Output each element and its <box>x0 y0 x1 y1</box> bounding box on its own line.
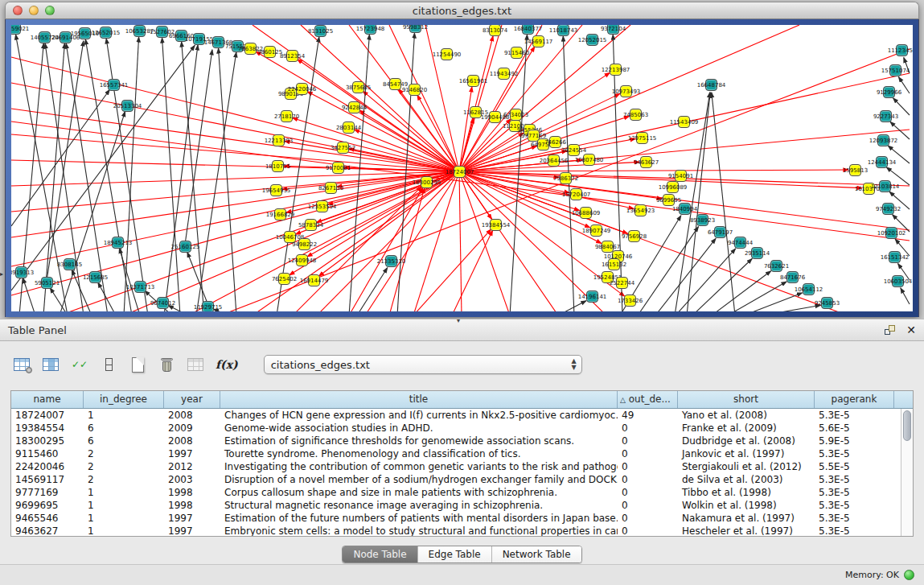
graph-node[interactable]: 14196141 <box>586 290 598 303</box>
control-panel-collapse-icon[interactable]: ▸ <box>0 269 6 280</box>
graph-node[interactable]: 3875685 <box>352 81 364 93</box>
function-builder-icon[interactable]: f(x) <box>216 354 238 375</box>
graph-node[interactable]: 1162815 <box>470 106 482 118</box>
graph-node[interactable]: 1840994 <box>679 203 691 215</box>
memory-ok-icon[interactable] <box>904 570 914 580</box>
table-row[interactable]: 969969511998Structural magnetic resonanc… <box>11 499 913 512</box>
graph-node[interactable]: 19654935 <box>270 184 282 196</box>
graph-node[interactable]: 15751074 <box>889 64 901 76</box>
network-canvas[interactable]: 1625902114055724206914061956501912652015… <box>11 25 913 311</box>
graph-node[interactable]: 16914479 <box>308 274 320 286</box>
column-settings-icon[interactable] <box>42 354 60 375</box>
graph-node[interactable]: 6734023 <box>510 109 522 121</box>
graph-node[interactable]: 14569117 <box>532 35 544 47</box>
graph-node[interactable]: 21335310 <box>385 255 397 267</box>
column-header-year[interactable]: year <box>164 391 220 408</box>
graph-node[interactable]: 3919313 <box>15 266 27 278</box>
graph-node[interactable]: 6479197 <box>714 226 726 238</box>
graph-node[interactable]: 9674012 <box>157 297 169 309</box>
graph-node[interactable]: 11943492 <box>498 68 510 80</box>
graph-node[interactable]: 7632621 <box>770 260 782 272</box>
graph-node[interactable]: 11018743 <box>557 25 569 36</box>
graph-node[interactable]: 12975115 <box>636 132 648 144</box>
graph-node[interactable]: 9463627 <box>640 156 652 168</box>
graph-node[interactable]: 14055724 <box>39 31 51 43</box>
tab-edge-table[interactable]: Edge Table <box>417 546 491 562</box>
graph-node[interactable]: 10603504 <box>892 275 904 287</box>
new-document-icon[interactable] <box>129 354 146 375</box>
graph-node[interactable]: 2718170 <box>281 110 293 122</box>
graph-node[interactable]: 11123456 <box>896 44 908 56</box>
table-row[interactable]: 977716911998Corpus callosum shape and si… <box>11 486 913 499</box>
graph-node[interactable]: 18300295 <box>421 176 433 188</box>
delete-table-icon[interactable] <box>158 354 175 375</box>
graph-node[interactable]: 9474444 <box>734 237 746 249</box>
graph-node[interactable]: 8313074 <box>489 25 501 36</box>
graph-node[interactable]: 14671368 <box>212 36 224 48</box>
graph-node[interactable]: 9890123 <box>285 88 297 100</box>
graph-node[interactable]: 19166829 <box>274 208 286 220</box>
graph-node[interactable]: 19565019 <box>79 27 91 39</box>
graph-node[interactable]: 13654923 <box>634 204 647 216</box>
graph-node[interactable]: 12444134 <box>876 156 888 168</box>
graph-node[interactable]: 9129966 <box>883 86 895 98</box>
graph-node[interactable]: 9598312 <box>409 25 421 33</box>
graph-node[interactable]: 10973493 <box>620 85 632 97</box>
column-header-name[interactable]: name <box>11 391 84 408</box>
graph-node[interactable]: 10920102 <box>885 227 897 239</box>
table-row[interactable]: 946554611997Estimation of the future num… <box>11 512 913 525</box>
graph-node[interactable]: 11254490 <box>441 48 453 60</box>
graph-node[interactable]: 2522744 <box>616 277 628 289</box>
graph-node[interactable]: 16840377 <box>522 25 534 35</box>
graph-node[interactable]: 11543409 <box>678 116 690 128</box>
graph-node[interactable]: 16103704 <box>863 183 875 195</box>
graph-node[interactable]: 9498222 <box>298 238 310 250</box>
graph-node[interactable]: 10046708 <box>284 231 296 243</box>
graph-node[interactable]: 9372104 <box>607 25 619 35</box>
graph-node[interactable]: 25160125 <box>179 241 191 253</box>
graph-node[interactable]: 9749232 <box>882 203 894 215</box>
graph-node[interactable]: 12652015 <box>100 27 112 39</box>
graph-node[interactable]: 10653287 <box>133 25 146 37</box>
graph-node[interactable]: 5905121 <box>41 277 53 289</box>
table-row[interactable]: 1830029562008Estimation of significance … <box>11 435 913 447</box>
graph-node[interactable]: 15723948 <box>364 25 376 35</box>
graph-node[interactable]: 7515526 <box>232 40 244 52</box>
graph-node[interactable]: 9154091 <box>675 170 687 182</box>
column-header-title[interactable]: title <box>220 391 618 408</box>
graph-node[interactable]: 9699695 <box>663 194 675 206</box>
graph-node[interactable]: 9146820 <box>409 84 421 96</box>
graph-node[interactable]: 3624554 <box>568 144 580 156</box>
graph-node[interactable]: 10654112 <box>803 283 815 295</box>
graph-node[interactable]: 746266 <box>549 136 561 148</box>
graph-node[interactable]: 3427552 <box>337 142 349 154</box>
table-row[interactable]: 2242004622012Investigating the contribut… <box>11 460 913 473</box>
graph-node[interactable]: 12052015 <box>586 34 598 46</box>
graph-node[interactable]: 7485063 <box>630 109 642 121</box>
table-vertical-scrollbar[interactable] <box>901 409 913 536</box>
graph-node[interactable]: 1527602 <box>156 26 168 38</box>
graph-node[interactable]: 10719155 <box>193 33 205 45</box>
graph-node[interactable]: 6966160 <box>175 30 187 42</box>
graph-node[interactable]: 9756928 <box>628 230 640 242</box>
graph-node[interactable]: 12213393 <box>273 134 285 146</box>
graph-node[interactable]: 12353594 <box>316 200 328 212</box>
graph-node[interactable]: 10807480 <box>583 154 595 166</box>
graph-node[interactable]: 15720407 <box>570 188 582 200</box>
graph-node[interactable]: 8454749 <box>389 78 401 90</box>
graph-node[interactable]: 9860125 <box>264 46 276 58</box>
graph-node[interactable]: 8938923 <box>696 214 708 226</box>
graph-node[interactable]: 8471676 <box>786 271 799 283</box>
scrollbar-thumb[interactable] <box>903 410 911 441</box>
graph-node[interactable]: 19904486 <box>489 111 501 123</box>
graph-node[interactable]: 8308145 <box>64 258 76 270</box>
tab-node-table[interactable]: Node Table <box>343 546 417 562</box>
graph-node[interactable]: 12103814 <box>879 180 891 192</box>
window-titlebar[interactable]: citations_edges.txt <box>5 2 919 19</box>
column-header-short[interactable]: short <box>678 391 815 408</box>
graph-node[interactable]: 20364456 <box>548 154 560 167</box>
split-pane-grip-icon[interactable]: ▾ <box>457 317 460 324</box>
graph-node[interactable]: 12213987 <box>610 64 622 76</box>
graph-node[interactable]: 9242844 <box>348 101 360 113</box>
graph-node[interactable]: 9245853 <box>821 297 833 309</box>
